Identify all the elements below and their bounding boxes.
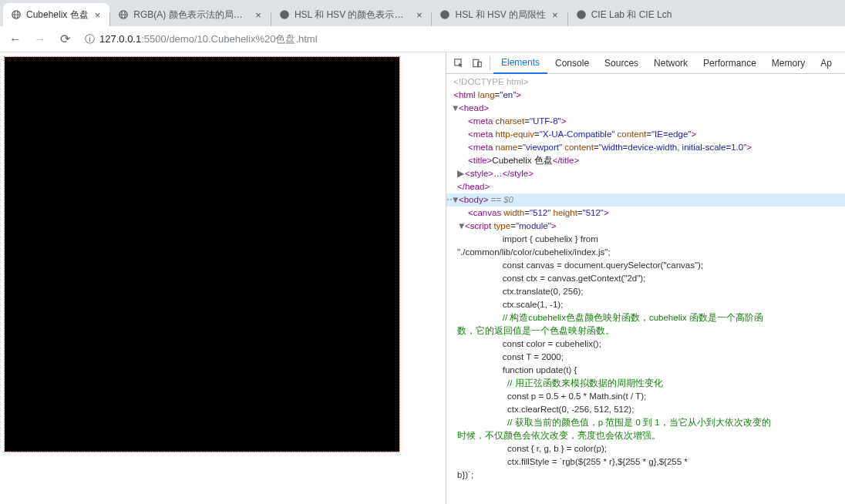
code-line: "./common/lib/color/cubehelix/index.js"; <box>446 246 845 259</box>
browser-tab-2[interactable]: HSL 和 HSV 的颜色表示方法 × <box>271 3 432 26</box>
devtools-tab-performance[interactable]: Performance <box>695 52 764 74</box>
url-port: :5500 <box>141 33 167 45</box>
site-info-icon[interactable]: ⓘ <box>85 32 95 46</box>
browser-tab-0[interactable]: Cubehelix 色盘 × <box>3 3 109 26</box>
devtools-tab-more[interactable]: Ap <box>813 52 840 74</box>
globe-icon <box>439 9 450 20</box>
selected-body-node[interactable]: ▼<body> == $0 <box>446 193 845 207</box>
code-line: const canvas = document.querySelector("c… <box>446 259 845 272</box>
tab-title: HSL 和 HSV 的局限性 <box>455 8 546 22</box>
inspect-icon[interactable] <box>449 54 468 72</box>
browser-tab-strip: Cubehelix 色盘 × RGB(A) 颜色表示法的局限性 × HSL 和 … <box>0 0 845 26</box>
separator <box>490 56 490 70</box>
globe-icon <box>279 9 290 20</box>
browser-tab-1[interactable]: RGB(A) 颜色表示法的局限性 × <box>110 3 271 26</box>
code-comment: 时候，不仅颜色会依次改变，亮度也会依次增强。 <box>446 429 845 442</box>
globe-icon <box>118 9 129 20</box>
code-line: const p = 0.5 + 0.5 * Math.sin(t / T); <box>446 390 845 403</box>
devtools-panel: Elements Console Sources Network Perform… <box>446 52 845 504</box>
device-toggle-icon[interactable] <box>468 54 486 72</box>
tab-title: CIE Lab 和 CIE Lch <box>591 8 672 22</box>
devtools-tab-elements[interactable]: Elements <box>493 52 547 74</box>
browser-tab-4[interactable]: CIE Lab 和 CIE Lch <box>568 3 680 26</box>
page-canvas <box>5 57 399 452</box>
back-button[interactable]: ← <box>5 29 26 50</box>
url-path: /demo/10.Cubehelix%20色盘.html <box>167 33 318 45</box>
forward-button[interactable]: → <box>29 29 51 50</box>
code-line: const color = cubehelix(); <box>446 338 845 351</box>
devtools-tab-sources[interactable]: Sources <box>597 52 646 74</box>
tab-title: Cubehelix 色盘 <box>26 8 89 22</box>
code-line: function update(t) { <box>446 364 845 377</box>
code-comment: // 获取当前的颜色值，p 范围是 0 到 1，当它从小到大依次改变的 <box>446 416 845 429</box>
code-line: ctx.fillStyle = `rgb(${255 * r},${255 * … <box>446 455 845 469</box>
code-line: const ctx = canvas.getContext("2d"); <box>446 272 845 285</box>
tab-title: RGB(A) 颜色表示法的局限性 <box>133 8 249 22</box>
code-comment: 数，它的返回值是一个色盘映射函数。 <box>446 324 845 338</box>
url-input[interactable]: ⓘ 127.0.0.1:5500/demo/10.Cubehelix%20色盘.… <box>79 29 840 49</box>
close-icon[interactable]: × <box>254 10 263 20</box>
devtools-tab-console[interactable]: Console <box>547 52 597 74</box>
tab-title: HSL 和 HSV 的颜色表示方法 <box>295 8 410 22</box>
code-line: ctx.clearRect(0, -256, 512, 512); <box>446 403 845 416</box>
code-line: const { r, g, b } = color(p); <box>446 442 845 455</box>
close-icon[interactable]: × <box>415 10 424 20</box>
code-line: ctx.scale(1, -1); <box>446 298 845 311</box>
code-comment: // 用正弦函数来模拟数据的周期性变化 <box>446 377 845 390</box>
address-bar: ← → ⟳ ⓘ 127.0.0.1:5500/demo/10.Cubehelix… <box>0 26 845 52</box>
globe-icon <box>11 9 22 20</box>
devtools-tab-network[interactable]: Network <box>646 52 695 74</box>
content-area: Elements Console Sources Network Perform… <box>0 52 845 504</box>
devtools-tab-memory[interactable]: Memory <box>764 52 813 74</box>
code-comment: // 构造cubehelix色盘颜色映射函数，cubehelix 函数是一个高阶… <box>446 311 845 324</box>
devtools-tabbar: Elements Console Sources Network Perform… <box>446 52 845 74</box>
close-icon[interactable]: × <box>93 10 103 20</box>
doctype-node: <!DOCTYPE html> <box>453 77 528 86</box>
browser-tab-3[interactable]: HSL 和 HSV 的局限性 × <box>432 3 567 26</box>
elements-tree[interactable]: <!DOCTYPE html> <html lang="en"> ▼<head>… <box>446 74 845 504</box>
code-line: const T = 2000; <box>446 351 845 364</box>
code-line: ctx.translate(0, 256); <box>446 285 845 298</box>
code-line: b})`; <box>446 469 845 482</box>
url-host: 127.0.0.1 <box>99 33 141 45</box>
reload-button[interactable]: ⟳ <box>54 29 76 50</box>
globe-icon <box>576 9 587 20</box>
close-icon[interactable]: × <box>550 10 560 20</box>
code-line: import { cubehelix } from <box>446 233 845 246</box>
page-viewport <box>0 52 446 504</box>
